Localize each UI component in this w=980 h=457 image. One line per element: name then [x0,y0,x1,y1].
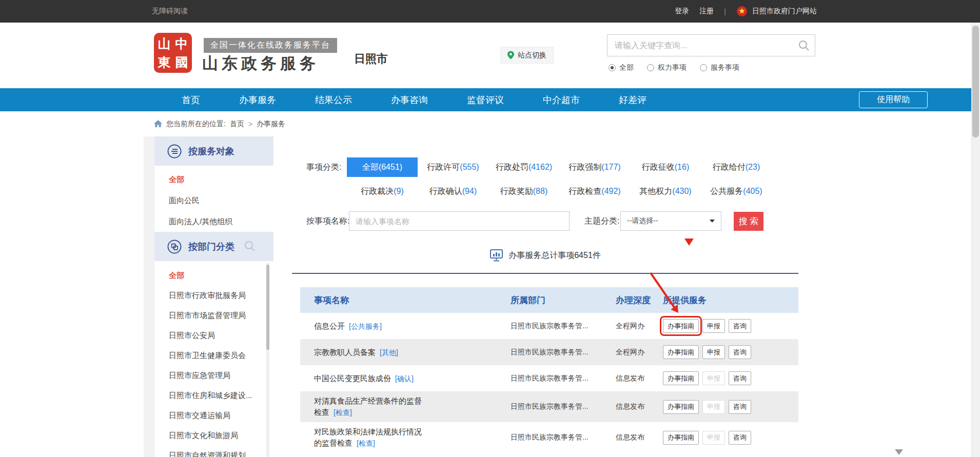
search-scope-options: 全部 权力事项 服务事项 [609,63,739,72]
filter-chip-confirmation[interactable]: 行政确认(94) [418,182,488,201]
nav-item-rating[interactable]: 好差评 [619,94,646,106]
consult-button[interactable]: 咨询 [729,345,751,359]
radio-checked-icon[interactable] [609,64,616,71]
apply-button-disabled: 申报 [702,400,725,414]
item-type-link[interactable]: [公共服务] [349,322,382,330]
filter-chip-public-service[interactable]: 公共服务(405) [701,182,772,201]
nav-item-services[interactable]: 办事服务 [239,94,276,106]
nav-item-supervision[interactable]: 监督评议 [467,94,504,106]
item-depth: 信息发布 [602,433,649,442]
radio-icon[interactable] [647,64,654,71]
category-filter-row-2: 行政裁决(9) 行政确认(94) 行政奖励(88) 行政检查(492) 其他权力… [347,182,772,201]
search-icon[interactable] [798,40,810,51]
item-name: 中国公民变更民族成份 [314,374,391,383]
stats-chart-icon [489,249,503,262]
sidebar-item-all-objects[interactable]: 全部 [154,169,273,190]
department-category-icon [167,239,182,254]
topic-select[interactable]: --请选择-- [620,211,721,231]
consult-button[interactable]: 咨询 [729,319,751,333]
site-switch-button[interactable]: 站点切换 [500,47,554,64]
help-button[interactable]: 使用帮助 [859,91,928,108]
dropdown-arrow-icon [710,220,715,223]
item-depth: 信息发布 [602,402,649,411]
department-search-icon[interactable] [244,240,256,252]
filter-chip-all[interactable]: 全部(6451) [347,157,418,177]
page-scrollbar-thumb[interactable] [972,26,979,137]
sidebar-scrollbar-thumb[interactable] [266,265,269,350]
portal-link[interactable]: 日照市政府门户网站 [736,6,817,17]
table-header: 事项名称 所属部门 办理深度 所提供服务 [300,287,798,313]
city-name: 日照市 [354,51,388,67]
filter-chip-penalty[interactable]: 行政处罚(4162) [488,157,559,177]
item-type-link[interactable]: [检查] [334,408,352,416]
red-cursor-annotation [684,239,694,246]
filter-chip-license[interactable]: 行政许可(555) [418,157,488,177]
scroll-down-indicator[interactable] [895,449,903,455]
guide-button[interactable]: 办事指南 [663,371,699,385]
consult-button[interactable]: 咨询 [729,431,751,445]
topbar-divider: | [724,7,726,15]
filter-chip-inspection[interactable]: 行政检查(492) [559,182,630,201]
guide-button[interactable]: 办事指南 [663,400,699,414]
item-depth: 信息发布 [602,374,649,383]
guide-button[interactable]: 办事指南 [663,431,699,445]
sidebar-item-legal-persons[interactable]: 面向法人/其他组织 [154,211,273,232]
nav-item-results[interactable]: 结果公示 [315,94,352,106]
item-search-button[interactable]: 搜 索 [734,212,763,231]
radio-icon[interactable] [700,64,707,71]
sidebar-item-department[interactable]: 日照市应急管理局 [154,365,273,385]
sidebar-item-department[interactable]: 日照市市场监督管理局 [154,305,273,325]
topic-select-value: --请选择-- [627,216,658,226]
sidebar-item-department[interactable]: 日照市卫生健康委员会 [154,345,273,365]
filter-chip-coercion[interactable]: 行政强制(177) [559,157,630,177]
scope-option-all[interactable]: 全部 [609,63,634,72]
filter-chip-other-power[interactable]: 其他权力(430) [630,182,701,201]
keyword-search-box [607,34,815,56]
topbar-right-group: 登录 注册 | 日照市政府门户网站 [675,6,817,17]
sidebar-item-department[interactable]: 日照市自然资源和规划... [154,445,273,457]
nav-item-intermediary[interactable]: 中介超市 [543,94,580,106]
apply-button[interactable]: 申报 [702,345,725,359]
sidebar-item-department[interactable]: 日照市文化和旅游局 [154,425,273,445]
col-header-item-name: 事项名称 [300,294,497,306]
nav-item-consult[interactable]: 办事咨询 [391,94,428,106]
filter-chip-reward[interactable]: 行政奖励(88) [488,182,559,201]
col-header-department: 所属部门 [497,294,602,306]
item-type-link[interactable]: [其他] [380,348,398,356]
breadcrumb-home-link[interactable]: 首页 [230,120,244,129]
site-name: 山东政务服务 [202,53,319,74]
login-link[interactable]: 登录 [675,7,689,16]
filter-chip-payment[interactable]: 行政给付(23) [701,157,772,177]
nav-item-home[interactable]: 首页 [182,94,200,106]
apply-button[interactable]: 申报 [702,319,725,333]
filter-chip-levy[interactable]: 行政征收(16) [630,157,701,177]
sidebar-item-citizens[interactable]: 面向公民 [154,190,273,211]
item-type-link[interactable]: [检查] [357,439,375,447]
consult-button[interactable]: 咨询 [729,371,751,385]
guide-button[interactable]: 办事指南 [663,345,699,359]
item-name: 对清真食品生产经营条件的监督检查 [314,396,422,416]
item-depth: 全程网办 [602,348,649,357]
sidebar-item-department[interactable]: 日照市住房和城乡建设... [154,385,273,405]
sidebar-item-department[interactable]: 日照市行政审批服务局 [154,285,273,305]
register-link[interactable]: 注册 [699,7,714,16]
item-name-input[interactable] [349,211,570,231]
keyword-search-input[interactable] [607,41,798,50]
sidebar-item-department[interactable]: 日照市公安局 [154,325,273,345]
sidebar-item-department[interactable]: 日照市交通运输局 [154,405,273,425]
breadcrumb-current[interactable]: 办事服务 [257,120,285,129]
sidebar-section-service-object[interactable]: 按服务对象 [154,136,273,166]
left-gutter [144,136,154,457]
scope-option-power[interactable]: 权力事项 [647,63,687,72]
filter-chip-adjudication[interactable]: 行政裁决(9) [347,182,418,201]
guide-button[interactable]: 办事指南 [663,319,699,333]
accessibility-link[interactable]: 无障碍阅读 [152,7,188,16]
sidebar-section-department[interactable]: 按部门分类 [154,232,273,261]
scope-option-service[interactable]: 服务事项 [700,63,739,72]
breadcrumb-prefix: 您当前所在的位置: [166,120,226,129]
sidebar-item-all-departments[interactable]: 全部 [154,265,273,285]
consult-button[interactable]: 咨询 [729,400,751,414]
items-table: 事项名称 所属部门 办理深度 所提供服务 信息公开[公共服务] 日照市民族宗教事… [300,287,798,453]
item-type-link[interactable]: [确认] [395,374,414,383]
section-divider [292,273,798,274]
